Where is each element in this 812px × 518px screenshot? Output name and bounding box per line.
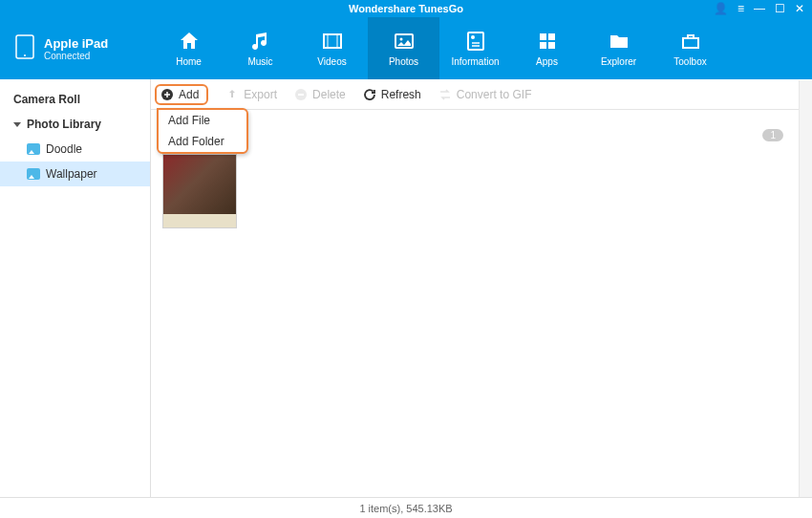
svg-rect-12 xyxy=(548,33,555,40)
svg-rect-15 xyxy=(683,38,698,48)
maximize-button[interactable]: ☐ xyxy=(775,2,785,15)
device-info[interactable]: Apple iPad Connected xyxy=(0,17,153,79)
titlebar: Wondershare TunesGo 👤 ≡ — ☐ ✕ xyxy=(0,0,812,17)
statusbar: 1 item(s), 545.13KB xyxy=(0,497,812,518)
plus-icon xyxy=(160,88,174,101)
content: Add Export Delete Refresh Convert to GIF… xyxy=(151,79,812,497)
minimize-button[interactable]: — xyxy=(754,2,765,15)
nav-information[interactable]: Information xyxy=(439,17,511,79)
svg-point-6 xyxy=(399,38,402,41)
add-file-item[interactable]: Add File xyxy=(159,110,246,131)
sidebar-camera-roll[interactable]: Camera Roll xyxy=(0,87,150,112)
svg-rect-18 xyxy=(298,94,304,96)
chevron-down-icon xyxy=(13,122,21,127)
apps-icon xyxy=(536,30,559,53)
close-button[interactable]: ✕ xyxy=(795,2,804,15)
export-icon xyxy=(225,88,239,101)
svg-rect-14 xyxy=(548,42,555,49)
nav-explorer[interactable]: Explorer xyxy=(583,17,654,79)
nav: Home Music Videos Photos Information App… xyxy=(153,17,812,79)
device-name: Apple iPad xyxy=(44,36,108,51)
delete-button[interactable]: Delete xyxy=(294,88,346,101)
delete-icon xyxy=(294,88,308,101)
add-button[interactable]: Add xyxy=(155,84,208,105)
menu-icon[interactable]: ≡ xyxy=(737,2,744,15)
music-icon xyxy=(249,30,272,53)
svg-rect-11 xyxy=(540,33,546,40)
svg-rect-7 xyxy=(468,32,483,50)
add-dropdown: Add File Add Folder xyxy=(157,108,248,154)
user-icon[interactable]: 👤 xyxy=(714,2,728,15)
app-title: Wondershare TunesGo xyxy=(349,3,463,14)
header: Apple iPad Connected Home Music Videos P… xyxy=(0,17,812,79)
main: Camera Roll Photo Library Doodle Wallpap… xyxy=(0,79,812,497)
add-folder-item[interactable]: Add Folder xyxy=(159,131,246,152)
photos-icon xyxy=(393,30,416,53)
album-icon xyxy=(27,143,40,155)
videos-icon xyxy=(321,30,344,53)
refresh-icon xyxy=(363,88,376,101)
thumb-caption xyxy=(163,214,236,227)
nav-videos[interactable]: Videos xyxy=(296,17,368,79)
nav-music[interactable]: Music xyxy=(224,17,296,79)
convert-button[interactable]: Convert to GIF xyxy=(438,88,532,101)
nav-toolbox[interactable]: Toolbox xyxy=(654,17,726,79)
sidebar: Camera Roll Photo Library Doodle Wallpap… xyxy=(0,79,151,497)
toolbox-icon xyxy=(679,30,702,53)
window-controls: 👤 ≡ — ☐ ✕ xyxy=(714,2,804,15)
sidebar-item-wallpaper[interactable]: Wallpaper xyxy=(0,162,150,186)
nav-photos[interactable]: Photos xyxy=(368,17,439,79)
sidebar-photo-library[interactable]: Photo Library xyxy=(0,112,150,137)
svg-point-1 xyxy=(24,54,26,56)
count-badge: 1 xyxy=(762,129,783,141)
explorer-icon xyxy=(608,30,630,53)
svg-point-8 xyxy=(471,35,475,39)
photo-canvas: 1 xyxy=(151,110,812,497)
device-status: Connected xyxy=(44,51,108,61)
scrollbar[interactable] xyxy=(799,80,812,497)
photo-thumbnail[interactable] xyxy=(162,154,237,228)
album-icon xyxy=(27,168,40,180)
toolbar: Add Export Delete Refresh Convert to GIF xyxy=(151,79,812,110)
export-button[interactable]: Export xyxy=(225,88,277,101)
svg-rect-2 xyxy=(324,34,341,48)
sidebar-item-doodle[interactable]: Doodle xyxy=(0,137,150,162)
nav-home[interactable]: Home xyxy=(153,17,224,79)
svg-rect-13 xyxy=(540,42,546,49)
convert-icon xyxy=(438,88,452,101)
status-text: 1 item(s), 545.13KB xyxy=(359,503,452,514)
refresh-button[interactable]: Refresh xyxy=(363,88,421,101)
home-icon xyxy=(178,30,201,53)
ipad-icon xyxy=(15,34,34,63)
information-icon xyxy=(464,30,487,53)
nav-apps[interactable]: Apps xyxy=(511,17,583,79)
